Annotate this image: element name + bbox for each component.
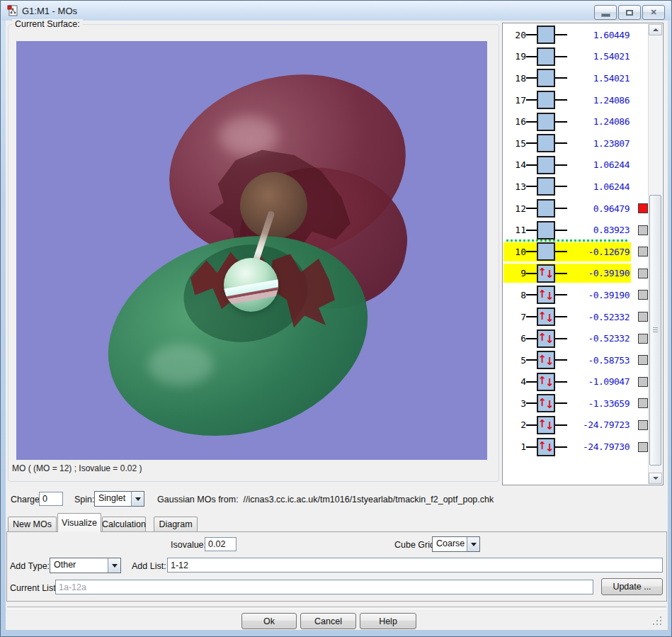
mo-visualize-checkbox[interactable] <box>638 355 648 365</box>
mo-level-diagram: 8↑↓-0.39190 <box>503 286 631 305</box>
tab-diagram[interactable]: Diagram <box>154 517 198 531</box>
mo-level-row-20[interactable]: 201.60449 <box>503 24 648 46</box>
mo-visualize-checkbox[interactable] <box>638 398 648 408</box>
spin-down-arrow-icon: ↓ <box>545 313 554 324</box>
mo-number: 9 <box>508 268 526 278</box>
add-list-input[interactable] <box>167 558 663 573</box>
spin-down-arrow-icon: ↓ <box>545 269 554 280</box>
mo-visualize-checkbox[interactable] <box>638 290 648 300</box>
spin-down-arrow-icon: ↓ <box>545 291 554 302</box>
source-path: //icnas3.cc.ic.ac.uk/tm1016/1styearlab/t… <box>244 495 494 504</box>
isovalue-input[interactable] <box>205 537 237 551</box>
mo-level-row-12[interactable]: 120.96479 <box>503 198 648 220</box>
titlebar[interactable]: G1:M1 - MOs ✕ <box>1 1 671 21</box>
scroll-up-button[interactable] <box>649 24 662 35</box>
level-line-right <box>555 294 567 295</box>
scroll-down-icon <box>653 477 659 480</box>
mo-level-diagram: 201.60449 <box>503 26 631 45</box>
mo-level-row-3[interactable]: 3↑↓-1.33659 <box>503 393 648 415</box>
mo-level-row-13[interactable]: 131.06244 <box>503 176 648 198</box>
scrollbar-thumb[interactable] <box>649 195 661 466</box>
mo-level-diagram: 1↑↓-24.79730 <box>503 437 631 456</box>
level-line-left <box>526 56 537 57</box>
mo-level-diagram: 120.96479 <box>503 199 631 218</box>
mo-level-row-10[interactable]: 10-0.12679 <box>503 241 648 263</box>
mo-list-scrollbar[interactable] <box>648 24 662 484</box>
level-line-left <box>526 381 537 383</box>
help-button[interactable]: Help <box>360 613 416 629</box>
mo-level-row-14[interactable]: 141.06244 <box>503 154 648 176</box>
mo-level-row-11[interactable]: 110.83923 <box>503 219 648 241</box>
spin-down-arrow-icon: ↓ <box>545 400 554 410</box>
mo-level-row-6[interactable]: 6↑↓-0.52332 <box>503 327 648 349</box>
update-button[interactable]: Update ... <box>601 578 663 595</box>
mo-visualize-checkbox[interactable] <box>638 247 648 257</box>
mo-visualize-checkbox[interactable] <box>638 377 648 387</box>
mo-level-diagram: 171.24086 <box>503 91 631 110</box>
level-line-left <box>526 34 537 35</box>
level-line-right <box>555 402 567 404</box>
tab-calculation[interactable]: Calculation <box>102 517 146 531</box>
mo-number: 2 <box>508 419 526 430</box>
cancel-button[interactable]: Cancel <box>300 613 356 629</box>
mo-visualize-checkbox[interactable] <box>638 442 648 452</box>
close-button[interactable]: ✕ <box>642 5 665 20</box>
tab-new-mos[interactable]: New MOs <box>8 517 57 531</box>
red-lobe-specular-highlight <box>219 116 278 156</box>
ok-button[interactable]: Ok <box>241 613 297 629</box>
chevron-down-icon <box>471 543 477 546</box>
mo-visualize-checkbox[interactable] <box>638 269 648 278</box>
mo-visualize-checkbox[interactable] <box>638 420 648 430</box>
mo-visualize-checkbox[interactable] <box>638 334 648 344</box>
mo-energy-value: -1.09047 <box>567 376 630 387</box>
spin-label: Spin: <box>74 495 95 504</box>
virtual-orbital-box <box>537 156 555 174</box>
mo-level-diagram: 151.23807 <box>503 134 631 153</box>
mo-level-diagram: 161.24086 <box>503 112 631 131</box>
mo-level-row-16[interactable]: 161.24086 <box>503 111 648 133</box>
scroll-down-button[interactable] <box>649 473 662 484</box>
charge-input[interactable] <box>39 492 63 506</box>
add-type-select[interactable]: Other <box>50 558 121 573</box>
mo-energy-value: 1.06244 <box>567 181 630 192</box>
add-type-dropdown-button[interactable] <box>108 558 120 573</box>
mo-number: 17 <box>508 95 526 106</box>
cube-grid-dropdown-button[interactable] <box>467 537 479 551</box>
tab-visualize[interactable]: Visualize <box>57 513 101 532</box>
mo-energy-value: -0.52332 <box>567 312 630 322</box>
mo-level-row-1[interactable]: 1↑↓-24.79730 <box>503 436 648 458</box>
mo-number: 13 <box>508 181 526 192</box>
mo-energy-value: -24.79730 <box>567 441 630 452</box>
mo-level-row-4[interactable]: 4↑↓-1.09047 <box>503 371 648 393</box>
mo-energy-value: 1.24086 <box>567 95 630 106</box>
mo-level-row-5[interactable]: 5↑↓-0.58753 <box>503 349 648 371</box>
spin-select[interactable]: Singlet <box>94 491 144 507</box>
mo-level-row-2[interactable]: 2↑↓-24.79723 <box>503 415 648 436</box>
mo-energy-value: -0.39190 <box>567 268 630 278</box>
mo-level-row-8[interactable]: 8↑↓-0.39190 <box>503 284 648 306</box>
minimize-button[interactable] <box>594 5 617 20</box>
mo-number: 15 <box>508 138 526 149</box>
mo-visualize-checkbox[interactable] <box>638 312 648 322</box>
mo-number: 20 <box>508 30 526 40</box>
virtual-orbital-box <box>537 47 555 66</box>
mo-3d-viewport[interactable] <box>16 41 487 460</box>
mo-level-row-7[interactable]: 7↑↓-0.52332 <box>503 306 648 328</box>
spin-dropdown-button[interactable] <box>131 492 144 506</box>
current-list-input[interactable] <box>55 580 593 594</box>
mo-visualize-checkbox[interactable] <box>638 225 648 235</box>
mo-visualize-checkbox[interactable] <box>638 203 648 213</box>
footer-separator <box>7 607 666 609</box>
mo-number: 7 <box>508 312 526 322</box>
virtual-orbital-box <box>537 69 555 87</box>
cube-grid-select[interactable]: Coarse <box>432 536 480 552</box>
mo-level-row-17[interactable]: 171.24086 <box>503 89 648 111</box>
mo-level-row-19[interactable]: 191.54021 <box>503 46 648 68</box>
mo-level-row-18[interactable]: 181.54021 <box>503 67 648 89</box>
maximize-button[interactable] <box>618 5 641 20</box>
mo-level-row-9[interactable]: 9↑↓-0.39190 <box>503 263 648 285</box>
level-line-right <box>555 273 567 274</box>
resize-grip[interactable] <box>653 616 663 626</box>
mo-number: 18 <box>508 73 526 84</box>
mo-level-row-15[interactable]: 151.23807 <box>503 133 648 154</box>
